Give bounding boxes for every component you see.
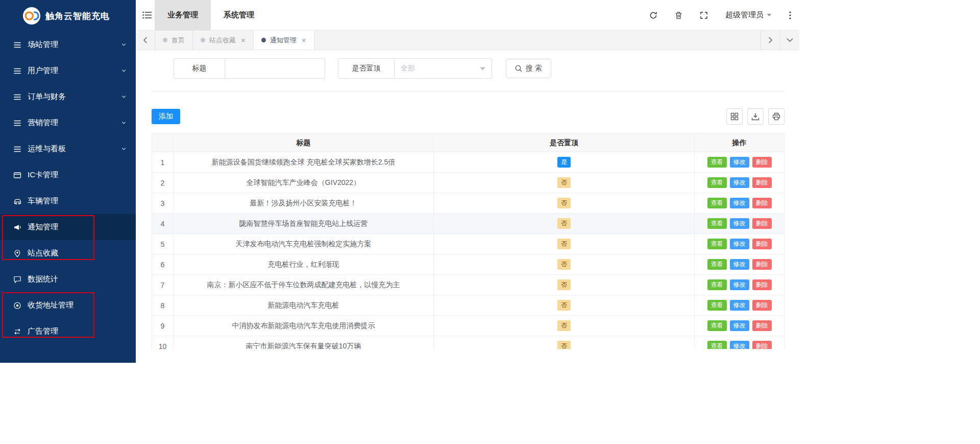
caret-down-icon	[767, 13, 772, 17]
row-index: 4	[152, 214, 174, 234]
pin-filter-label: 是否置顶	[338, 59, 395, 78]
sidebar-item-label: IC卡管理	[28, 170, 127, 180]
view-button[interactable]: 查看	[707, 259, 727, 270]
kebab-icon[interactable]	[789, 11, 791, 19]
list-icon	[13, 67, 22, 75]
delete-button[interactable]: 删除	[752, 320, 772, 331]
export-icon[interactable]	[747, 108, 764, 125]
view-button[interactable]: 查看	[707, 218, 727, 229]
edit-button[interactable]: 修改	[730, 239, 749, 249]
tags-menu-toggle-icon[interactable]	[780, 31, 799, 50]
fullscreen-icon[interactable]	[700, 11, 708, 19]
edit-button[interactable]: 修改	[730, 320, 749, 331]
column-header-pinned: 是否置顶	[434, 134, 695, 152]
delete-button[interactable]: 删除	[752, 239, 772, 249]
view-button[interactable]: 查看	[707, 198, 727, 208]
view-button[interactable]: 查看	[707, 279, 727, 290]
view-button[interactable]: 查看	[707, 177, 727, 188]
edit-button[interactable]: 修改	[730, 279, 749, 290]
view-button[interactable]: 查看	[707, 341, 727, 349]
collapse-menu-icon[interactable]	[142, 11, 152, 19]
row-title: 中消协发布新能源电动汽车充电使用消费提示	[174, 316, 434, 336]
sidebar-item[interactable]: 订单与财务	[0, 84, 136, 110]
view-button[interactable]: 查看	[707, 157, 727, 168]
view-button[interactable]: 查看	[707, 239, 727, 249]
sidebar-item[interactable]: 场站管理	[0, 32, 136, 58]
delete-button[interactable]: 删除	[752, 177, 772, 188]
sidebar-item[interactable]: 数据统计	[0, 266, 136, 292]
list-icon	[13, 93, 22, 101]
delete-button[interactable]: 删除	[752, 300, 772, 311]
edit-button[interactable]: 修改	[730, 218, 749, 229]
trash-icon[interactable]	[675, 11, 682, 19]
sidebar-item[interactable]: IC卡管理	[0, 162, 136, 188]
pin-filter-select[interactable]: 全部	[395, 59, 492, 78]
sidebar-item[interactable]: 收货地址管理	[0, 292, 136, 318]
table-row: 6充电桩行业，红利渐现否查看修改删除	[152, 254, 785, 275]
sidebar-item[interactable]: 营销管理	[0, 110, 136, 136]
delete-button[interactable]: 删除	[752, 341, 772, 349]
add-button[interactable]: 添加	[152, 109, 180, 124]
search-button[interactable]: 搜 索	[506, 59, 551, 78]
delete-button[interactable]: 删除	[752, 198, 772, 208]
tag-item[interactable]: 首页	[155, 31, 193, 50]
tag-close-icon[interactable]: ×	[302, 36, 306, 44]
sidebar-item[interactable]: 运维与看板	[0, 136, 136, 162]
row-index: 3	[152, 193, 174, 214]
row-index: 8	[152, 295, 174, 316]
app-title: 触角云智能充电	[45, 10, 110, 22]
refresh-icon[interactable]	[649, 11, 657, 19]
sidebar-item-label: 订单与财务	[28, 92, 115, 102]
sidebar-item-label: 运维与看板	[28, 144, 115, 154]
sidebar-item[interactable]: 车辆管理	[0, 188, 136, 214]
target-icon	[13, 301, 22, 310]
tags-scroll-left-icon[interactable]	[136, 31, 155, 50]
edit-button[interactable]: 修改	[730, 157, 749, 168]
notices-table: 标题 是否置顶 操作 1新能源设备国货继续领跑全球 充电桩全球买家数增长2.5倍…	[152, 133, 785, 349]
chevron-down-icon	[121, 120, 127, 126]
row-index: 5	[152, 234, 174, 254]
edit-button[interactable]: 修改	[730, 300, 749, 311]
print-icon[interactable]	[768, 108, 785, 125]
tag-label: 首页	[172, 36, 185, 45]
view-button[interactable]: 查看	[707, 320, 727, 331]
title-filter-input[interactable]	[225, 59, 325, 78]
sidebar-item[interactable]: 广告管理	[0, 318, 136, 344]
pinned-badge: 否	[557, 279, 571, 290]
title-filter-label: 标题	[174, 59, 225, 78]
row-title: 全球智能汽车产业峰会（GIV2022）	[174, 173, 434, 193]
sidebar-item[interactable]: 通知管理	[0, 214, 136, 240]
table-row: 9中消协发布新能源电动汽车充电使用消费提示否查看修改删除	[152, 316, 785, 336]
list-icon	[13, 145, 22, 153]
title-filter-group: 标题	[174, 58, 325, 79]
delete-button[interactable]: 删除	[752, 157, 772, 168]
tag-item[interactable]: 站点收藏×	[193, 31, 254, 50]
user-menu[interactable]: 超级管理员	[725, 10, 772, 20]
sidebar-item[interactable]: 用户管理	[0, 58, 136, 84]
tag-item[interactable]: 通知管理×	[254, 31, 314, 50]
sidebar-item-label: 营销管理	[28, 118, 115, 128]
tag-close-icon[interactable]: ×	[241, 36, 246, 44]
tag-label: 站点收藏	[209, 36, 236, 45]
pinned-badge: 否	[557, 177, 571, 188]
sidebar-nav: 场站管理用户管理订单与财务营销管理运维与看板IC卡管理车辆管理通知管理站点收藏数…	[0, 32, 136, 344]
edit-button[interactable]: 修改	[730, 177, 749, 188]
delete-button[interactable]: 删除	[752, 218, 772, 229]
top-tab-business[interactable]: 业务管理	[155, 0, 211, 31]
location-icon	[13, 249, 22, 258]
pinned-badge: 否	[557, 341, 571, 349]
top-tab-system[interactable]: 系统管理	[211, 0, 267, 31]
row-title: 陇南智慧停车场首座智能充电站上线运营	[174, 214, 434, 234]
edit-button[interactable]: 修改	[730, 341, 749, 349]
pinned-badge: 否	[557, 218, 571, 229]
sidebar-item[interactable]: 站点收藏	[0, 240, 136, 266]
view-button[interactable]: 查看	[707, 300, 727, 311]
app-window: 触角云智能充电 场站管理用户管理订单与财务营销管理运维与看板IC卡管理车辆管理通…	[0, 0, 799, 363]
delete-button[interactable]: 删除	[752, 279, 772, 290]
tags-scroll-right-icon[interactable]	[761, 31, 780, 50]
sidebar: 触角云智能充电 场站管理用户管理订单与财务营销管理运维与看板IC卡管理车辆管理通…	[0, 0, 136, 363]
edit-button[interactable]: 修改	[730, 198, 749, 208]
edit-button[interactable]: 修改	[730, 259, 749, 270]
column-settings-icon[interactable]	[726, 108, 743, 125]
delete-button[interactable]: 删除	[752, 259, 772, 270]
